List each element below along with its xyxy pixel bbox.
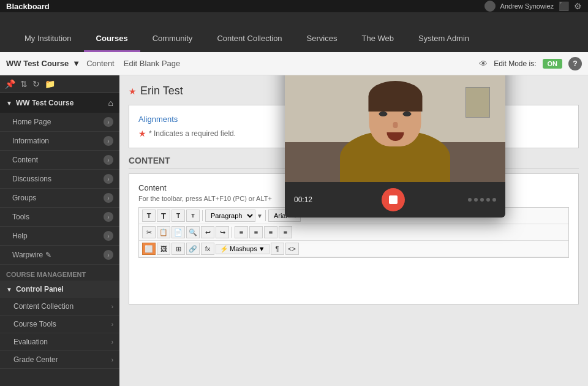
sidebar-item-tools[interactable]: Tools ›	[0, 208, 119, 227]
notification-icon[interactable]: ⬛	[559, 1, 569, 11]
toolbar-align-right[interactable]: ≡	[264, 226, 277, 238]
sidebar-arrow-icon: ▼	[6, 100, 12, 107]
paragraph-select[interactable]: Paragraph	[205, 210, 255, 222]
toolbar-divider-2	[265, 210, 266, 221]
mashup-icon: ⚡	[220, 245, 228, 253]
sidebar-badge-discussions: ›	[104, 174, 113, 184]
sidebar-badge-home: ›	[104, 117, 113, 127]
person-head	[369, 88, 421, 146]
nav-item-the-web[interactable]: The Web	[349, 26, 406, 52]
mashup-label: Mashups	[230, 245, 257, 252]
sidebar-item-discussions[interactable]: Discussions ›	[0, 170, 119, 189]
stop-recording-button[interactable]	[382, 188, 405, 211]
toolbar-row-2: ✂ 📋 📄 🔍 ↩ ↪ ≡ ≡ ≡ ≡	[139, 224, 568, 241]
sidebar-home-icon[interactable]: ⌂	[108, 98, 113, 108]
breadcrumb-edit-blank-page[interactable]: Edit Blank Page	[124, 59, 181, 68]
breadcrumb-arrow: ▼	[72, 59, 80, 68]
top-header: Blackboard Andrew Synowiez ⬛ ⚙	[0, 0, 588, 12]
sidebar-item-home-page[interactable]: Home Page ›	[0, 113, 119, 132]
req-star-note: ★	[138, 129, 146, 138]
sub-arrow-grade-center: ›	[111, 357, 113, 363]
sidebar-pin-icon[interactable]: 📌	[5, 79, 15, 89]
toolbar-bold-3[interactable]: T	[172, 210, 185, 222]
person-nose	[393, 122, 398, 128]
dot-3	[480, 198, 484, 202]
sidebar-item-help[interactable]: Help ›	[0, 227, 119, 246]
toolbar-row-3: ⬜ 🖼 ⊞ 🔗 fx ⚡ Mashups ▼ ¶ <>	[139, 241, 568, 257]
nav-item-community[interactable]: Community	[140, 26, 205, 52]
sidebar-sub-evaluation[interactable]: Evaluation ›	[0, 333, 119, 351]
sidebar-course-header[interactable]: ▼ WW Test Course ⌂	[0, 93, 119, 113]
toolbar-copy[interactable]: 📋	[157, 226, 170, 238]
toolbar-formula[interactable]: fx	[201, 243, 214, 255]
sidebar-folder-icon[interactable]: 📁	[45, 79, 55, 89]
avatar	[484, 1, 496, 12]
toolbar-bold-1[interactable]: T	[142, 210, 156, 222]
person-mouth	[386, 132, 404, 141]
dot-1	[468, 198, 472, 202]
sidebar-badge-tools: ›	[104, 212, 113, 222]
toolbar-bold-2[interactable]: T	[157, 210, 170, 222]
toolbar-align-justify[interactable]: ≡	[279, 226, 292, 238]
sidebar-item-information[interactable]: Information ›	[0, 132, 119, 151]
nav-item-my-institution[interactable]: My Institution	[12, 26, 84, 52]
sidebar-item-groups[interactable]: Groups ›	[0, 189, 119, 208]
sidebar-sub-grade-center[interactable]: Grade Center ›	[0, 351, 119, 369]
bg-detail	[466, 87, 490, 118]
eye-icon[interactable]: 👁	[479, 59, 488, 69]
breadcrumb-content[interactable]: Content	[86, 59, 115, 68]
recording-timer: 00:12	[294, 195, 318, 204]
sidebar-sub-course-tools[interactable]: Course Tools ›	[0, 316, 119, 333]
sidebar-sub-content-collection[interactable]: Content Collection ›	[0, 298, 119, 316]
toolbar-paste[interactable]: 📄	[172, 226, 185, 238]
nav-item-services[interactable]: Services	[295, 26, 350, 52]
nav-item-content-collection[interactable]: Content Collection	[205, 26, 294, 52]
sidebar: 📌 ⇅ ↻ 📁 ▼ WW Test Course ⌂ Home Page › I…	[0, 75, 119, 386]
mashup-button[interactable]: ⚡ Mashups ▼	[216, 244, 270, 254]
toolbar-link[interactable]: 🔗	[186, 243, 200, 255]
content-area: ★ Erin Test Alignments ★ * Indicates a r…	[119, 75, 588, 386]
sidebar-arrows-icon[interactable]: ⇅	[20, 79, 28, 89]
toolbar-stop[interactable]: ⬜	[142, 243, 156, 255]
breadcrumb-links: Content Edit Blank Page	[86, 59, 180, 68]
dot-2	[474, 198, 478, 202]
sidebar-badge-information: ›	[104, 136, 113, 146]
sidebar-control-panel[interactable]: ▼ Control Panel	[0, 281, 119, 298]
sidebar-top-icons: 📌 ⇅ ↻ 📁	[0, 75, 119, 93]
toolbar-para-mark[interactable]: ¶	[271, 243, 284, 255]
course-name[interactable]: WW Test Course	[6, 59, 69, 68]
sidebar-item-content[interactable]: Content ›	[0, 151, 119, 170]
toolbar-align-left[interactable]: ≡	[235, 226, 248, 238]
edit-mode-label: Edit Mode is:	[494, 59, 536, 68]
toolbar-undo[interactable]: ↩	[201, 226, 214, 238]
dot-5	[492, 198, 496, 202]
stop-icon	[389, 195, 398, 204]
settings-icon[interactable]: ⚙	[574, 1, 582, 11]
sidebar-badge-content: ›	[104, 155, 113, 165]
sub-arrow-course-tools: ›	[111, 321, 113, 328]
sub-arrow-content-collection: ›	[111, 303, 113, 310]
toolbar-table[interactable]: ⊞	[172, 243, 185, 255]
sidebar-badge-warpwire: ›	[104, 250, 113, 260]
recording-dots	[468, 198, 496, 202]
toolbar-redo[interactable]: ↪	[216, 226, 229, 238]
nav-item-courses[interactable]: Courses	[84, 26, 140, 52]
toolbar-image[interactable]: 🖼	[157, 243, 170, 255]
toolbar-bold-4[interactable]: T	[186, 210, 200, 222]
mashup-arrow: ▼	[258, 245, 265, 252]
editor-content-area[interactable]	[138, 258, 569, 295]
toolbar-search[interactable]: 🔍	[186, 226, 200, 238]
dot-4	[486, 198, 490, 202]
alignments-link[interactable]: Alignments	[138, 115, 178, 124]
username: Andrew Synowiez	[500, 2, 554, 10]
edit-mode-toggle[interactable]: ON	[543, 59, 563, 69]
sidebar-refresh-icon[interactable]: ↻	[32, 79, 40, 89]
help-button[interactable]: ?	[568, 57, 582, 70]
toolbar-cut[interactable]: ✂	[142, 226, 156, 238]
breadcrumb-right: 👁 Edit Mode is: ON ?	[479, 57, 582, 70]
toolbar-align-center[interactable]: ≡	[249, 226, 263, 238]
breadcrumb-course: WW Test Course ▼	[6, 59, 80, 68]
sidebar-item-warpwire[interactable]: Warpwire ✎ ›	[0, 246, 119, 265]
toolbar-source[interactable]: <>	[285, 243, 299, 255]
nav-item-system-admin[interactable]: System Admin	[406, 26, 481, 52]
